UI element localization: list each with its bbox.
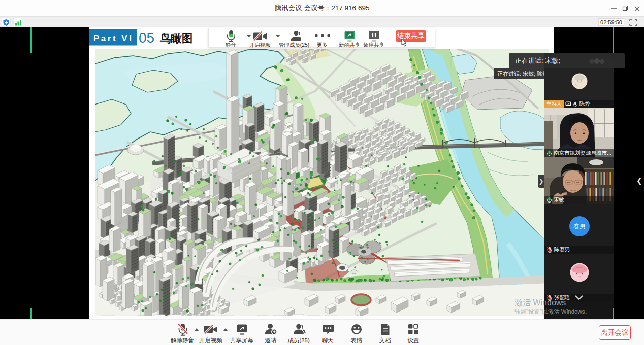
svg-text:鸟瞰图: 鸟瞰图 — [159, 32, 193, 45]
svg-text:05: 05 — [139, 30, 154, 46]
svg-text:Part VI: Part VI — [93, 33, 133, 43]
